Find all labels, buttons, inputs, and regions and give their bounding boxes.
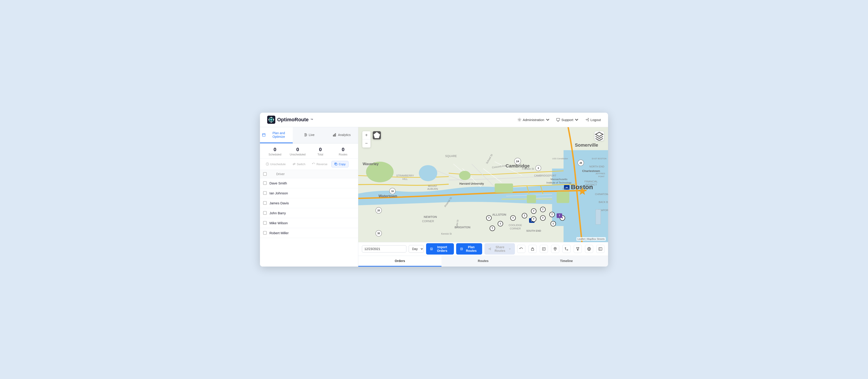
- route-icon: [564, 247, 568, 251]
- svg-text:Watertown: Watertown: [379, 194, 397, 198]
- svg-text:28: 28: [580, 162, 582, 164]
- tab-plan-label: Plan and Optimize: [267, 131, 290, 139]
- svg-text:SQUARE: SQUARE: [445, 154, 457, 158]
- list-item[interactable]: Dave Smith: [260, 178, 358, 188]
- svg-text:Otis St: Otis St: [562, 187, 569, 190]
- driver-checkbox-john[interactable]: [263, 211, 267, 215]
- driver-checkbox-dave[interactable]: [263, 181, 267, 185]
- map-selection-tool[interactable]: [373, 131, 381, 139]
- switch-button[interactable]: Switch: [290, 161, 308, 167]
- stat-routes: 0 Routes: [332, 147, 355, 156]
- logo: OptimoRoute™: [267, 116, 313, 124]
- zoom-in-button[interactable]: +: [362, 131, 370, 139]
- svg-text:DISTRICT: DISTRICT: [585, 183, 597, 186]
- tab-plan-and-optimize[interactable]: Plan and Optimize: [260, 127, 293, 143]
- driver-header-row: Driver: [260, 170, 358, 178]
- svg-point-2: [270, 119, 272, 121]
- import-icon: [430, 247, 433, 251]
- driver-checkbox-robert[interactable]: [263, 231, 267, 235]
- select-all-checkbox[interactable]: [263, 172, 267, 176]
- plan-routes-icon: [460, 247, 463, 251]
- panel-button[interactable]: [596, 245, 604, 253]
- tab-routes[interactable]: Routes: [441, 256, 525, 266]
- list-item[interactable]: Mike Wilson: [260, 218, 358, 228]
- share-routes-button[interactable]: Share Routes: [485, 243, 515, 255]
- list-item[interactable]: James Davis: [260, 198, 358, 208]
- logout-button[interactable]: Logout: [585, 118, 601, 122]
- svg-text:AUBURN: AUBURN: [427, 187, 438, 190]
- refresh-button[interactable]: [517, 245, 525, 253]
- svg-text:BACK BAY: BACK BAY: [598, 201, 608, 203]
- tab-timeline[interactable]: Timeline: [525, 256, 608, 266]
- svg-text:T: T: [500, 223, 501, 225]
- reverse-button[interactable]: Reverse: [309, 161, 330, 167]
- chevron-down-icon-support: [575, 118, 579, 122]
- driver-name: James Davis: [270, 201, 289, 205]
- svg-text:CHINATOWN: CHINATOWN: [595, 193, 608, 195]
- list-item[interactable]: Ian Johnson: [260, 188, 358, 198]
- note-button[interactable]: [540, 245, 548, 253]
- svg-rect-115: [542, 247, 546, 251]
- administration-button[interactable]: Administration: [518, 118, 550, 122]
- driver-checkbox-james[interactable]: [263, 201, 267, 205]
- location-icon: [553, 247, 557, 251]
- analytics-icon: [333, 133, 336, 137]
- map-layers-button[interactable]: [594, 131, 604, 141]
- globe-icon: [587, 247, 591, 251]
- header-right: Administration Support: [518, 118, 601, 122]
- zoom-out-button[interactable]: −: [362, 139, 370, 148]
- map-zoom-controls: + −: [362, 131, 370, 148]
- plan-routes-button[interactable]: Plan Routes: [456, 243, 482, 255]
- driver-checkbox-mike[interactable]: [263, 221, 267, 225]
- svg-text:Institute of Technology: Institute of Technology: [546, 181, 571, 184]
- svg-point-118: [567, 250, 568, 251]
- svg-point-11: [305, 134, 306, 135]
- copy-icon: [334, 163, 338, 166]
- logout-icon: [585, 118, 589, 122]
- tab-timeline-label: Timeline: [560, 259, 573, 263]
- svg-point-116: [555, 248, 556, 249]
- import-orders-button[interactable]: Import Orders: [426, 243, 454, 255]
- svg-rect-123: [599, 247, 602, 251]
- driver-checkbox-ian[interactable]: [263, 191, 267, 195]
- location-button[interactable]: [551, 245, 559, 253]
- app-trademark: ™: [310, 118, 313, 121]
- header: OptimoRoute™ Administration Support: [260, 113, 608, 127]
- route-button[interactable]: [562, 245, 570, 253]
- svg-text:T: T: [488, 217, 490, 219]
- app-window: OptimoRoute™ Administration Support: [260, 113, 608, 266]
- svg-text:16: 16: [391, 190, 394, 192]
- fork-button[interactable]: [574, 245, 582, 253]
- unschedule-button[interactable]: Unschedule: [263, 161, 288, 167]
- svg-text:20: 20: [377, 209, 380, 211]
- day-select[interactable]: Day: [409, 245, 424, 253]
- stat-total: 0 Total: [309, 147, 332, 156]
- logout-label: Logout: [590, 118, 601, 122]
- svg-point-120: [578, 247, 579, 248]
- support-button[interactable]: Support: [556, 118, 579, 122]
- svg-rect-16: [335, 163, 337, 165]
- tab-orders[interactable]: Orders: [358, 256, 441, 266]
- chevron-down-icon: [546, 118, 550, 122]
- pentagon-icon: [373, 131, 381, 139]
- list-item[interactable]: Robert Miller: [260, 228, 358, 238]
- list-item[interactable]: John Barry: [260, 208, 358, 218]
- right-panel: 2A 3 28 16 20 93: [358, 127, 608, 266]
- svg-text:HILL: HILL: [402, 177, 408, 180]
- tab-analytics[interactable]: Analytics: [325, 127, 358, 143]
- svg-text:Charlestown: Charlestown: [582, 169, 600, 173]
- tab-analytics-label: Analytics: [338, 133, 350, 137]
- plan-routes-label: Plan Routes: [465, 245, 478, 253]
- svg-text:CAMBRIDGEPORT: CAMBRIDGEPORT: [534, 174, 557, 177]
- reverse-label: Reverse: [316, 163, 327, 166]
- globe-button[interactable]: [585, 245, 593, 253]
- lock-button[interactable]: [528, 245, 537, 253]
- date-input[interactable]: [362, 245, 406, 253]
- svg-text:COOLIDGE: COOLIDGE: [508, 224, 522, 226]
- tab-orders-label: Orders: [395, 259, 405, 263]
- svg-text:T: T: [553, 223, 554, 225]
- copy-label: Copy: [339, 163, 345, 166]
- copy-button[interactable]: Copy: [331, 161, 348, 168]
- svg-point-6: [273, 119, 274, 120]
- tab-live[interactable]: Live: [293, 127, 326, 143]
